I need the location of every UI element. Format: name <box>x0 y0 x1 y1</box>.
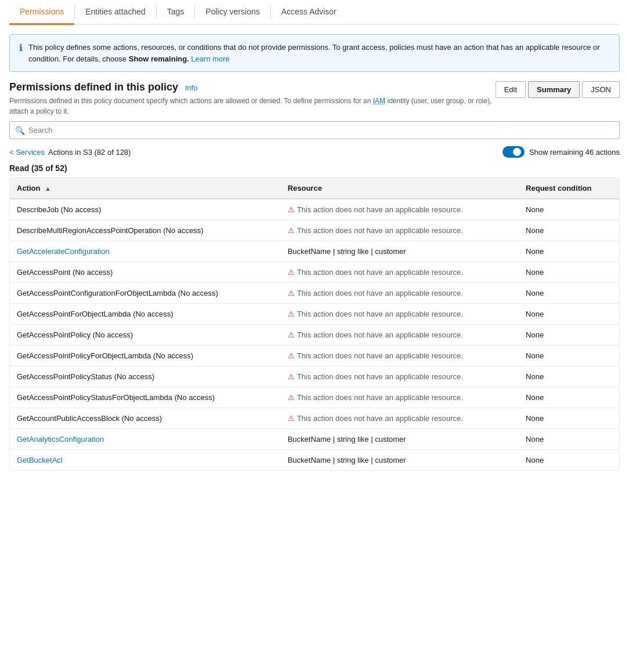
resource-text: This action does not have an applicable … <box>297 310 463 318</box>
table-cell-resource: ⚠This action does not have an applicable… <box>281 325 519 346</box>
table-cell-condition: None <box>519 366 619 387</box>
resource-text: This action does not have an applicable … <box>297 330 463 339</box>
column-action-label: Action <box>17 184 40 192</box>
warning-icon: ⚠ <box>288 268 295 277</box>
tab-permissions[interactable]: Permissions <box>9 0 74 25</box>
table-row: GetAccessPointPolicyForObjectLambda (No … <box>10 346 619 366</box>
table-cell-action: GetAnalyticsConfiguration <box>10 429 281 450</box>
tab-tags[interactable]: Tags <box>157 0 195 25</box>
table-cell-condition: None <box>519 304 619 325</box>
warning-icon: ⚠ <box>288 351 295 360</box>
table-cell-resource: BucketName | string like | customer <box>281 429 519 450</box>
tab-policy-versions[interactable]: Policy versions <box>195 0 270 25</box>
section-description: Permissions defined in this policy docum… <box>9 96 496 117</box>
table-cell-resource: BucketName | string like | customer <box>281 241 519 262</box>
table-cell-resource: ⚠This action does not have an applicable… <box>281 220 519 241</box>
table-cell-condition: None <box>519 325 619 346</box>
table-cell-condition: None <box>519 429 619 450</box>
json-button[interactable]: JSON <box>582 81 620 98</box>
table-cell-resource: ⚠This action does not have an applicable… <box>281 346 519 366</box>
table-cell-action: DescribeJob (No access) <box>10 199 281 220</box>
info-banner: ℹ This policy defines some actions, reso… <box>9 34 620 72</box>
table-cell-resource: ⚠This action does not have an applicable… <box>281 304 519 325</box>
column-action[interactable]: Action ▲ <box>10 178 281 199</box>
iam-link[interactable]: IAM <box>373 97 385 105</box>
action-link[interactable]: GetAnalyticsConfiguration <box>17 435 104 444</box>
breadcrumb-left: < Services Actions in S3 (82 of 128) <box>9 148 131 157</box>
breadcrumb-row: < Services Actions in S3 (82 of 128) Sho… <box>9 146 620 158</box>
table-row: GetAccessPointForObjectLambda (No access… <box>10 304 619 325</box>
table-row: DescribeMultiRegionAccessPointOperation … <box>10 220 619 241</box>
table-cell-action: GetAccessPointPolicy (No access) <box>10 325 281 346</box>
resource-text: This action does not have an applicable … <box>297 226 463 235</box>
section-title-row: Permissions defined in this policy Info <box>9 81 496 93</box>
toggle-row: Show remaining 46 actions <box>503 146 620 158</box>
table-cell-action: GetAccessPointForObjectLambda (No access… <box>10 304 281 325</box>
table-cell-condition: None <box>519 241 619 262</box>
breadcrumb-context: Actions in S3 (82 of 128) <box>48 148 131 157</box>
search-input[interactable] <box>9 121 620 139</box>
table-row: GetBucketAclBucketName | string like | c… <box>10 450 619 471</box>
section-info-link[interactable]: Info <box>185 83 198 92</box>
resource-text: This action does not have an applicable … <box>297 205 463 214</box>
show-remaining-toggle[interactable] <box>503 146 525 158</box>
table-cell-action: GetAccessPointPolicyForObjectLambda (No … <box>10 346 281 366</box>
table-cell-condition: None <box>519 199 619 220</box>
edit-button[interactable]: Edit <box>496 81 526 98</box>
table-cell-action: GetAccountPublicAccessBlock (No access) <box>10 408 281 429</box>
info-banner-learn-more[interactable]: Learn more <box>191 55 229 63</box>
search-container: 🔍 <box>9 121 620 139</box>
summary-button[interactable]: Summary <box>528 81 580 98</box>
table-cell-resource: ⚠This action does not have an applicable… <box>281 262 519 283</box>
column-request-condition: Request condition <box>519 178 619 199</box>
section-header-left: Permissions defined in this policy Info … <box>9 81 496 117</box>
table-row: GetAccessPointPolicyStatusForObjectLambd… <box>10 387 619 408</box>
tab-bar: Permissions Entities attached Tags Polic… <box>9 0 620 25</box>
resource-text: This action does not have an applicable … <box>297 414 463 423</box>
table-cell-condition: None <box>519 450 619 471</box>
table-cell-condition: None <box>519 220 619 241</box>
table-row: GetAccountPublicAccessBlock (No access)⚠… <box>10 408 619 429</box>
table-row: DescribeJob (No access)⚠This action does… <box>10 199 619 220</box>
tab-entities-attached[interactable]: Entities attached <box>75 0 156 25</box>
table-row: GetAccessPointConfigurationForObjectLamb… <box>10 283 619 304</box>
search-icon: 🔍 <box>15 126 25 135</box>
table-row: GetAccessPointPolicyStatus (No access)⚠T… <box>10 366 619 387</box>
table-cell-resource: ⚠This action does not have an applicable… <box>281 366 519 387</box>
table-cell-condition: None <box>519 346 619 366</box>
table-cell-resource: BucketName | string like | customer <box>281 450 519 471</box>
warning-icon: ⚠ <box>288 414 295 423</box>
toolbar: Edit Summary JSON <box>496 81 620 98</box>
info-banner-text: This policy defines some actions, resour… <box>28 42 610 64</box>
section-header-row: Permissions defined in this policy Info … <box>9 81 620 117</box>
action-link[interactable]: GetAccelerateConfiguration <box>17 247 110 256</box>
table-cell-resource: ⚠This action does not have an applicable… <box>281 283 519 304</box>
table-cell-action: GetAccessPoint (No access) <box>10 262 281 283</box>
info-banner-bold: Show remaining. <box>129 55 189 63</box>
resource-text: This action does not have an applicable … <box>297 372 463 381</box>
resource-text: This action does not have an applicable … <box>297 351 463 360</box>
action-link[interactable]: GetBucketAcl <box>17 456 63 464</box>
warning-icon: ⚠ <box>288 205 295 214</box>
table-row: GetAccessPoint (No access)⚠This action d… <box>10 262 619 283</box>
tab-access-advisor[interactable]: Access Advisor <box>271 0 347 25</box>
table-cell-condition: None <box>519 408 619 429</box>
warning-icon: ⚠ <box>288 289 295 297</box>
table-cell-action: GetAccessPointPolicyStatus (No access) <box>10 366 281 387</box>
resource-text: This action does not have an applicable … <box>297 289 463 297</box>
warning-icon: ⚠ <box>288 226 295 235</box>
column-resource: Resource <box>281 178 519 199</box>
section-title: Permissions defined in this policy <box>9 81 178 93</box>
resource-text: This action does not have an applicable … <box>297 268 463 277</box>
table-row: GetAccessPointPolicy (No access)⚠This ac… <box>10 325 619 346</box>
table-cell-action: GetBucketAcl <box>10 450 281 471</box>
table-cell-condition: None <box>519 283 619 304</box>
info-banner-body: This policy defines some actions, resour… <box>28 43 600 63</box>
table-cell-resource: ⚠This action does not have an applicable… <box>281 387 519 408</box>
warning-icon: ⚠ <box>288 310 295 318</box>
services-link[interactable]: < Services <box>9 148 45 157</box>
read-section-title: Read (35 of 52) <box>9 164 620 173</box>
table-cell-action: DescribeMultiRegionAccessPointOperation … <box>10 220 281 241</box>
table-cell-condition: None <box>519 262 619 283</box>
table-header-row: Action ▲ Resource Request condition <box>10 178 619 199</box>
